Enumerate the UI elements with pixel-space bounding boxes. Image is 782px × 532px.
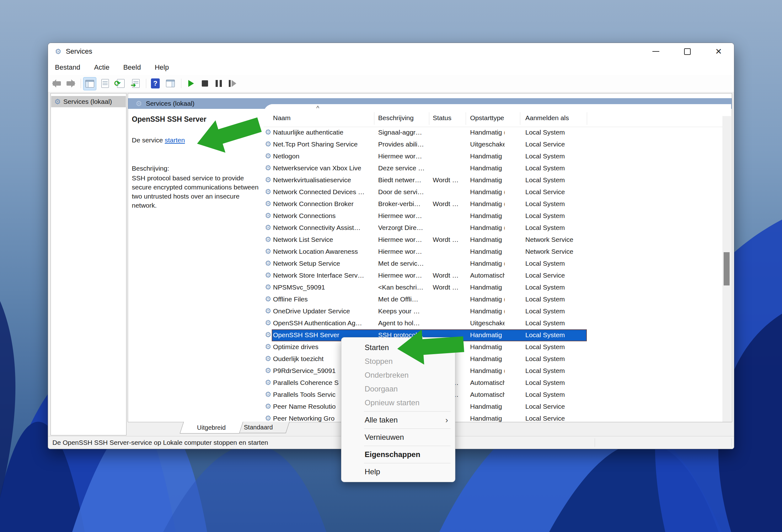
context-menu-item[interactable]: Help	[342, 465, 455, 479]
service-description-pane: OpenSSH SSH Server De service starten Be…	[128, 109, 263, 422]
table-row[interactable]: ⚙ Network Connected Devices … Door de se…	[263, 186, 731, 198]
cell-aanmelden-als: Local System	[525, 319, 565, 327]
table-row[interactable]: ⚙ Natuurlijke authenticatie Signaal-aggr…	[263, 127, 731, 139]
service-gear-icon: ⚙	[265, 307, 272, 315]
export-list-button[interactable]: ➜	[130, 77, 142, 90]
context-menu-item[interactable]: Alle taken	[342, 413, 455, 427]
cell-naam: Network Connectivity Assist…	[273, 224, 361, 231]
cell-opstarttype: Handmatig	[470, 331, 502, 339]
column-divider[interactable]	[587, 112, 587, 125]
column-divider[interactable]	[520, 112, 520, 125]
refresh-button[interactable]: ⟳	[114, 77, 127, 90]
table-row[interactable]: ⚙ Offline Files Met de Offli… Handmatig …	[263, 294, 731, 306]
table-row[interactable]: ⚙ Network Connections Hiermee wor… Handm…	[263, 210, 731, 222]
table-row[interactable]: ⚙ Network Location Awareness Hiermee wor…	[263, 246, 731, 258]
start-service-link[interactable]: starten	[165, 137, 185, 144]
toolbar-separator	[146, 79, 146, 88]
cell-beschrijving: Agent to hol…	[378, 319, 420, 327]
column-header-beschrijving[interactable]: Beschrijving	[378, 114, 414, 122]
column-divider[interactable]	[466, 112, 466, 125]
table-row[interactable]: ⚙ Netwerkvirtualisatieservice Biedt netw…	[263, 175, 731, 186]
table-row[interactable]: ⚙ NPSMSvc_59091 <Kan beschri… Wordt … Ha…	[263, 282, 731, 294]
help-button[interactable]: ?	[149, 77, 162, 90]
menu-item[interactable]: Bestand	[55, 63, 80, 72]
show-hide-console-tree-button[interactable]	[83, 77, 96, 90]
tree-item-services-lokaal[interactable]: ⚙ Services (lokaal)	[51, 96, 126, 107]
table-row[interactable]: ⚙ Peer Name Resolutio Handmatig Local Se…	[263, 401, 731, 413]
menu-item[interactable]: Beeld	[123, 63, 141, 72]
table-row[interactable]: ⚙ Netwerkservice van Xbox Live Deze serv…	[263, 162, 731, 175]
cell-naam: Network Store Interface Serv…	[273, 272, 364, 279]
back-button[interactable]	[50, 77, 63, 90]
cell-aanmelden-als: Network Service	[525, 248, 573, 255]
column-header-status[interactable]: Status	[433, 114, 452, 122]
table-row[interactable]: ⚙ Ouderlijk toezicht Handmatig Local Sys…	[263, 353, 731, 365]
minimize-button[interactable]	[649, 44, 663, 59]
cell-opstarttype: Handmatig (…	[470, 307, 505, 315]
table-row[interactable]: ⚙ OneDrive Updater Service Keeps your … …	[263, 306, 731, 317]
context-menu-item[interactable]	[342, 427, 455, 430]
table-row[interactable]: ⚙ Network Setup Service Met de servic… H…	[263, 258, 731, 270]
table-row[interactable]: ⚙ Parallels Tools Servic Wordt … Automat…	[263, 389, 731, 401]
cell-naam: Offline Files	[273, 296, 308, 303]
start-service-button[interactable]	[185, 77, 198, 90]
table-row[interactable]: ⚙ Optimize drives Handmatig Local System	[263, 341, 731, 353]
close-button[interactable]: ✕	[711, 44, 726, 59]
table-row[interactable]: ⚙ P9RdrService_59091 Handmatig (… Local …	[263, 365, 731, 377]
table-row[interactable]: ⚙ Network List Service Hiermee wor… Word…	[263, 234, 731, 246]
maximize-button[interactable]	[680, 44, 695, 59]
cell-aanmelden-als: Local Service	[525, 141, 565, 148]
context-menu-item[interactable]	[342, 410, 455, 413]
service-rows: ⚙ Natuurlijke authenticatie Signaal-aggr…	[263, 127, 731, 422]
tab-standaard-label: Standaard	[244, 424, 273, 431]
table-row[interactable]: ⚙ Netlogon Hiermee wor… Handmatig Local …	[263, 151, 731, 162]
cell-status: Wordt …	[433, 272, 459, 279]
context-menu-item[interactable]: Onderbreken	[342, 368, 455, 382]
cell-naam: Netwerkvirtualisatieservice	[273, 176, 351, 184]
table-row[interactable]: ⚙ OpenSSH SSH Server SSH protocol… Handm…	[263, 329, 731, 341]
vertical-scrollbar[interactable]	[722, 116, 731, 422]
stop-service-button[interactable]	[199, 77, 211, 90]
cell-naam: OpenSSH Authentication Ag…	[273, 319, 362, 327]
cell-aanmelden-als: Local System	[525, 367, 565, 375]
table-row[interactable]: ⚙ Network Store Interface Serv… Hiermee …	[263, 270, 731, 282]
service-gear-icon: ⚙	[265, 283, 272, 291]
desktop: ⚙ Services ✕ Bestand Actie Beeld Help	[0, 0, 782, 532]
restart-service-button[interactable]	[226, 77, 239, 90]
context-menu-item[interactable]: Starten	[342, 341, 455, 354]
pause-service-button[interactable]	[212, 77, 225, 90]
tab-uitgebreid[interactable]: Uitgebreid	[180, 422, 243, 433]
context-menu-item[interactable]: Vernieuwen	[342, 430, 455, 444]
table-row[interactable]: ⚙ Network Connection Broker Broker-verbi…	[263, 198, 731, 210]
table-row[interactable]: ⚙ Net.Tcp Port Sharing Service Provides …	[263, 139, 731, 151]
table-row[interactable]: ⚙ Network Connectivity Assist… Verzorgt …	[263, 222, 731, 234]
column-header-aanmelden-als[interactable]: Aanmelden als	[525, 114, 569, 122]
menu-item[interactable]: Actie	[94, 63, 109, 72]
scrollbar-thumb[interactable]	[724, 252, 730, 286]
context-menu-item[interactable]: Doorgaan	[342, 382, 455, 396]
context-menu-item[interactable]: Stoppen	[342, 354, 455, 368]
cell-aanmelden-als: Local System	[525, 128, 565, 136]
context-menu-item[interactable]: Eigenschappen	[342, 448, 455, 461]
properties-button[interactable]	[99, 77, 111, 90]
menu-item[interactable]: Help	[155, 63, 169, 72]
cell-beschrijving: Hiermee wor…	[378, 272, 422, 279]
cell-aanmelden-als: Local Service	[525, 188, 565, 196]
forward-button[interactable]	[64, 77, 77, 90]
service-gear-icon: ⚙	[265, 152, 272, 160]
column-header-opstarttype[interactable]: Opstarttype	[470, 114, 504, 122]
context-menu-item[interactable]: Opnieuw starten	[342, 396, 455, 410]
table-row[interactable]: ⚙ Peer Networking Gro Handmatig Local Se…	[263, 413, 731, 422]
column-header-naam[interactable]: Naam	[273, 114, 291, 122]
column-divider[interactable]	[429, 112, 429, 125]
context-menu-item-label: Onderbreken	[365, 371, 408, 380]
title-bar[interactable]: ⚙ Services ✕	[48, 43, 734, 60]
context-menu-item[interactable]	[342, 461, 455, 465]
cell-aanmelden-als: Local System	[525, 355, 565, 363]
table-row[interactable]: ⚙ OpenSSH Authentication Ag… Agent to ho…	[263, 317, 731, 329]
cell-aanmelden-als: Local System	[525, 296, 565, 303]
show-hide-action-pane-button[interactable]	[164, 77, 177, 90]
table-row[interactable]: ⚙ Parallels Coherence S Wordt … Automati…	[263, 377, 731, 389]
context-menu-item[interactable]	[342, 444, 455, 448]
column-divider[interactable]	[374, 112, 375, 125]
